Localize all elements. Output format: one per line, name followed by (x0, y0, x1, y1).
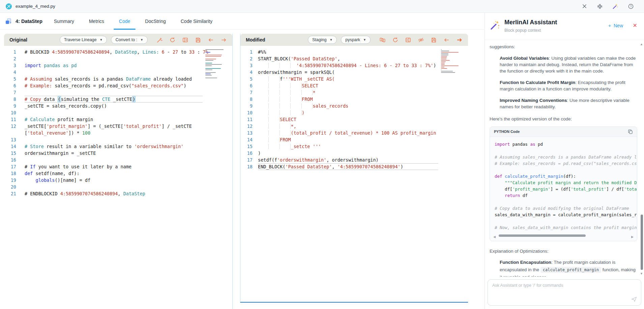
assistant-title: MerlinAI Assistant (504, 19, 557, 26)
refresh-icon[interactable] (392, 37, 399, 43)
code-line: import pandas as pd (495, 141, 637, 147)
minimap[interactable] (205, 49, 227, 79)
code-line: 3 '4:5859907074586240894 - Lines: 6 - 27… (240, 62, 468, 69)
collapse-panel-icon[interactable] (182, 37, 188, 43)
scroll-left-icon[interactable]: ◀ (493, 234, 496, 240)
staging-dropdown[interactable]: Staging▼ (308, 36, 337, 44)
assistant-subtitle: Block popup context (504, 28, 541, 33)
line-number: 3 (4, 62, 25, 69)
close-assistant-icon[interactable]: ✕ (633, 22, 637, 29)
arrow-left-icon[interactable] (443, 37, 450, 43)
modified-editor[interactable]: 1#%%2START_BLOCK('Passed DataStep',3 '4:… (240, 46, 468, 302)
original-toolbar: Original Traverse Lineage▼ Convert to :▼ (4, 34, 232, 46)
line-number: 10 (4, 109, 25, 116)
copy-icon[interactable] (628, 129, 633, 134)
tab-docstring[interactable]: DocString (145, 13, 166, 30)
magic-wand-icon[interactable] (612, 3, 618, 9)
code-line: 14# Store result in a variable similar t… (4, 143, 232, 150)
line-number: 3 (240, 62, 258, 69)
modified-toolbar: Modified Staging▼ pyspark▼ (240, 34, 468, 46)
close-icon[interactable] (581, 3, 587, 9)
code-card: PYTHON Code import pandas as pd# Assumin… (490, 127, 637, 241)
message-text: suggestions: (490, 44, 637, 50)
code-line: 17# If you want to use it later by a nam… (4, 163, 232, 170)
refresh-icon[interactable] (169, 37, 176, 43)
line-number: 10 (240, 109, 258, 116)
suggestion-item: Avoid Global Variables: Using global var… (500, 55, 637, 74)
tab-code-similarity[interactable]: Code Similarity (181, 13, 212, 30)
line-number: 14 (240, 136, 258, 143)
scrollbar-thumb[interactable] (499, 234, 586, 237)
arrow-right-icon[interactable] (221, 37, 227, 43)
scroll-right-icon[interactable]: ▶ (631, 234, 634, 240)
language-dropdown[interactable]: pyspark▼ (341, 36, 371, 44)
line-number: 17 (240, 157, 258, 163)
tab-metrics[interactable]: Metrics (89, 13, 104, 30)
svg-text:?: ? (630, 5, 632, 8)
save-icon[interactable] (195, 37, 201, 43)
assistant-input[interactable]: Ask Assistant or type '/' for commands (488, 279, 641, 306)
scrollbar-thumb[interactable] (641, 215, 643, 270)
message-text: Explanation of Optimizations: (490, 248, 637, 254)
hide-preview-icon[interactable] (418, 37, 424, 43)
save-icon[interactable] (431, 37, 437, 43)
arrow-right-icon[interactable] (456, 37, 463, 43)
code-line: 8 FROM (240, 96, 468, 103)
code-line: # Copy data to avoid modifying the origi… (495, 205, 637, 212)
code-line (495, 167, 637, 173)
line-number: 13 (4, 136, 25, 143)
new-chat-button[interactable]: + New (608, 23, 623, 28)
line-number: 17 (4, 163, 25, 170)
code-line: 13 (4, 136, 232, 143)
line-number: 8 (4, 96, 25, 103)
tab-bar: 4: DataStep SummaryMetricsCodeDocStringC… (0, 13, 484, 30)
line-number: 11 (240, 116, 258, 123)
convert-to-button[interactable]: Convert to :▼ (111, 36, 148, 44)
line-number: 7 (4, 89, 25, 96)
send-icon[interactable] (631, 296, 637, 303)
chevron-down-icon: ▼ (100, 38, 103, 41)
traverse-lineage-button[interactable]: Traverse Lineage▼ (60, 36, 107, 44)
compare-icon[interactable] (379, 37, 386, 43)
title-bar: example_4_med.py ? (0, 0, 644, 13)
code-line: 2START_BLOCK('Passed DataStep', (240, 55, 468, 62)
code-line: 12_setCTE['profit_margin'] = (_setCTE['t… (4, 123, 232, 130)
code-line: 19 globals()[name] = df (4, 177, 232, 184)
minimap[interactable] (441, 49, 463, 74)
code-line: 8# Copy data (simulating the CTE _setCTE… (4, 96, 232, 103)
line-number: 20 (4, 184, 25, 190)
arrow-left-icon[interactable] (208, 37, 214, 43)
line-number: 18 (240, 163, 258, 170)
line-number: 21 (4, 190, 25, 197)
line-number: 2 (240, 55, 258, 62)
original-editor[interactable]: 1# BLOCKID 4:5859907074586240894, DataSt… (4, 46, 232, 309)
compress-icon[interactable] (597, 3, 603, 9)
help-icon[interactable]: ? (628, 3, 634, 9)
message-text: Here's the optimized version of the code… (490, 116, 637, 122)
assistant-panel: MerlinAI Assistant Block popup context +… (485, 13, 644, 309)
horizontal-scrollbar[interactable]: ◀ ▶ (493, 233, 634, 238)
code-line: 18END_BLOCK('Passed DataStep', '4:585990… (240, 163, 468, 170)
code-line: ['total_revenue']) * 100 (4, 130, 232, 136)
tab-list: SummaryMetricsCodeDocStringCode Similari… (54, 13, 212, 30)
magic-wand-icon (490, 20, 500, 32)
assistant-header: MerlinAI Assistant Block popup context +… (490, 18, 639, 36)
magic-wand-icon[interactable] (156, 37, 163, 43)
tab-code[interactable]: Code (119, 13, 130, 30)
line-number: 16 (240, 150, 258, 157)
scroll-up-icon[interactable]: ▲ (640, 43, 643, 46)
tab-summary[interactable]: Summary (54, 13, 74, 30)
line-number: 16 (4, 157, 25, 163)
input-placeholder: Ask Assistant or type '/' for commands (492, 283, 563, 288)
expand-panel-icon[interactable] (405, 37, 411, 43)
code-line (495, 218, 637, 224)
line-number: 15 (240, 143, 258, 150)
code-line: 4orderswithmargin = sparkSQL( (240, 69, 468, 76)
line-number: 12 (240, 123, 258, 130)
code-line: 18def setdf(name, df): (4, 170, 232, 177)
code-line: 12 *, (240, 123, 468, 130)
chevron-down-icon: ▼ (363, 38, 366, 41)
line-number: 9 (240, 103, 258, 109)
scroll-down-icon[interactable]: ▼ (640, 272, 643, 275)
original-title: Original (9, 37, 27, 43)
